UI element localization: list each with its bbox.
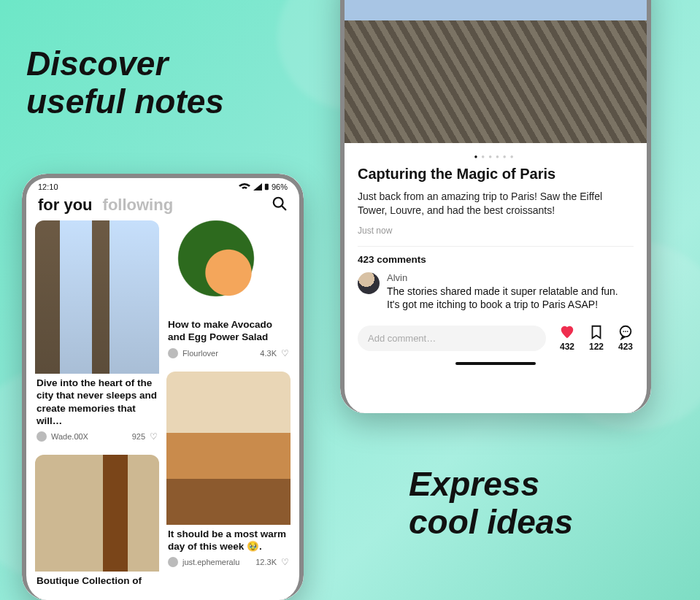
home-indicator[interactable] bbox=[455, 362, 536, 365]
heart-icon[interactable]: ♡ bbox=[150, 431, 158, 442]
feed-card-title: It should be a most warm day of this wee… bbox=[168, 528, 289, 553]
post-hero-image[interactable] bbox=[345, 0, 647, 143]
save-button[interactable]: 122 bbox=[588, 324, 604, 352]
feed-card-title: Dive into the heart of the city that nev… bbox=[36, 377, 158, 427]
phone-feed: 12:10 96% for you following Dive into bbox=[22, 174, 304, 600]
headline-express: Express cool ideas bbox=[409, 466, 573, 541]
tab-for-you[interactable]: for you bbox=[38, 196, 93, 215]
feed-card-salad[interactable]: How to make Avocado and Egg Power Salad … bbox=[166, 220, 291, 364]
feed-card-image bbox=[35, 220, 159, 374]
carousel-dots[interactable]: ●●●●●● bbox=[358, 153, 634, 160]
comment-body: The stories shared made it super relatab… bbox=[387, 285, 634, 311]
divider bbox=[358, 246, 634, 247]
avatar-icon bbox=[168, 348, 178, 358]
headline-discover-line2: useful notes bbox=[26, 82, 224, 120]
post-body: Just back from an amazing trip to Paris!… bbox=[358, 190, 634, 218]
feed-card-author: Wade.00X bbox=[51, 432, 88, 441]
avatar-icon bbox=[36, 431, 47, 442]
comment-icon bbox=[618, 324, 634, 340]
status-battery: 96% bbox=[272, 182, 288, 191]
headline-discover-line1: Discover bbox=[26, 45, 168, 82]
add-comment-placeholder: Add comment… bbox=[368, 333, 436, 344]
signal-icon bbox=[253, 183, 262, 191]
wifi-icon bbox=[238, 183, 251, 191]
comments-button[interactable]: 423 bbox=[618, 324, 634, 352]
feed-card-boots[interactable]: Boutique Collection of bbox=[35, 455, 159, 593]
feed-card-title: Boutique Collection of bbox=[36, 574, 158, 587]
feed-tabs: for you following bbox=[26, 193, 299, 220]
like-count: 432 bbox=[560, 342, 574, 352]
svg-point-5 bbox=[625, 331, 626, 332]
comment-author: Alvin bbox=[387, 272, 634, 283]
like-button[interactable]: 432 bbox=[559, 324, 575, 352]
avatar-icon bbox=[168, 557, 178, 567]
feed-card-likes: 925 bbox=[132, 432, 145, 441]
feed-card-interior[interactable]: It should be a most warm day of this wee… bbox=[166, 372, 291, 574]
feed-card-image bbox=[35, 455, 159, 572]
feed-card-title: How to make Avocado and Egg Power Salad bbox=[168, 318, 289, 344]
heart-icon bbox=[559, 324, 575, 340]
svg-point-6 bbox=[627, 331, 628, 332]
feed-card-likes: 12.3K bbox=[255, 558, 277, 566]
feed-card-author: just.ephemeralu bbox=[182, 558, 239, 566]
battery-icon bbox=[264, 183, 269, 191]
search-icon[interactable] bbox=[272, 196, 288, 215]
svg-line-2 bbox=[282, 206, 286, 210]
comments-count[interactable]: 423 comments bbox=[358, 254, 634, 265]
add-comment-input[interactable]: Add comment… bbox=[358, 326, 546, 351]
feed-card-image bbox=[166, 220, 291, 315]
status-bar: 12:10 96% bbox=[26, 178, 299, 193]
comment-item[interactable]: Alvin The stories shared made it super r… bbox=[358, 272, 634, 311]
svg-point-4 bbox=[623, 331, 624, 332]
feed-card-nyc[interactable]: Dive into the heart of the city that nev… bbox=[35, 220, 159, 447]
bookmark-icon bbox=[588, 324, 604, 340]
tab-following[interactable]: following bbox=[103, 196, 174, 215]
headline-discover: Discover useful notes bbox=[26, 45, 224, 120]
post-title: Capturing the Magic of Paris bbox=[358, 166, 634, 182]
post-action-bar: Add comment… 432 122 423 bbox=[345, 320, 647, 359]
svg-rect-0 bbox=[265, 184, 269, 190]
status-time: 12:10 bbox=[38, 182, 58, 191]
heart-icon[interactable]: ♡ bbox=[281, 557, 289, 567]
headline-express-line1: Express bbox=[409, 465, 539, 503]
avatar-icon bbox=[358, 272, 380, 294]
post-timestamp: Just now bbox=[358, 226, 634, 236]
heart-icon[interactable]: ♡ bbox=[281, 348, 289, 358]
comment-count: 423 bbox=[618, 342, 633, 352]
feed-grid[interactable]: Dive into the heart of the city that nev… bbox=[26, 220, 299, 600]
phone-post-detail: ●●●●●● Capturing the Magic of Paris Just… bbox=[340, 0, 651, 413]
feed-card-likes: 4.3K bbox=[260, 349, 277, 358]
feed-card-author: Flourlover bbox=[182, 349, 218, 358]
feed-card-image bbox=[166, 372, 291, 525]
headline-express-line2: cool ideas bbox=[409, 503, 573, 541]
save-count: 122 bbox=[589, 342, 604, 352]
